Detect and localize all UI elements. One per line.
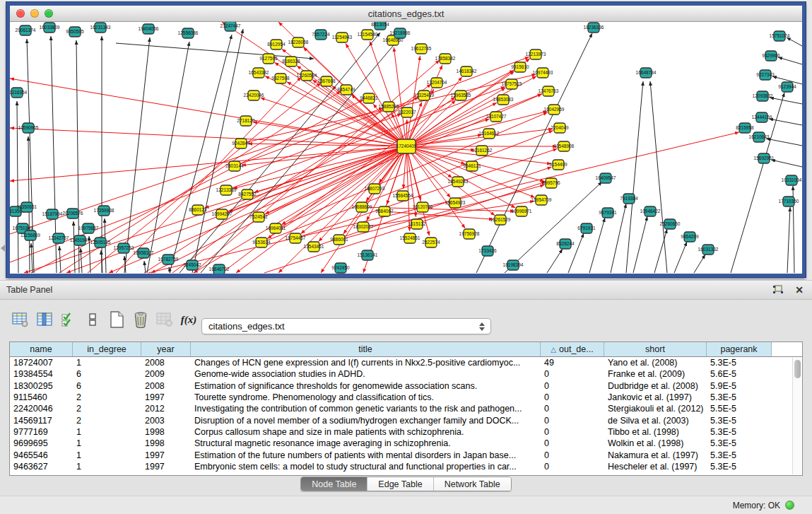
table-cell[interactable]: 0 (541, 450, 604, 460)
table-cell[interactable]: Embryonic stem cells: a model to study s… (191, 462, 541, 472)
table-cell[interactable]: Investigating the contribution of common… (191, 404, 541, 414)
table-cell[interactable]: 9115460 (10, 392, 73, 402)
table-cell[interactable]: 5.3E-5 (707, 392, 772, 402)
tab-network-table[interactable]: Network Table (434, 477, 511, 491)
table-cell[interactable]: 2 (73, 416, 141, 426)
table-row[interactable]: 1872400712008Changes of HCN gene express… (10, 357, 802, 368)
float-window-icon[interactable] (772, 285, 784, 295)
table-cell[interactable]: Structural magnetic resonance image aver… (191, 438, 541, 448)
delete-column-button[interactable] (130, 310, 151, 329)
table-cell[interactable]: Wolkin et al. (1998) (604, 438, 707, 448)
table-selector-dropdown[interactable]: citations_edges.txt (201, 318, 491, 334)
table-cell[interactable]: Disruption of a novel member of a sodium… (191, 416, 541, 426)
table-cell[interactable]: 1 (73, 427, 141, 437)
table-cell[interactable]: Hescheler et al. (1997) (604, 462, 707, 472)
table-cell[interactable]: 9777169 (10, 427, 73, 437)
table-row[interactable]: 946362711997Embryonic stem cells: a mode… (10, 461, 802, 472)
panel-divider-arrow[interactable] (1, 245, 5, 252)
table-row[interactable]: 1456911722003Disruption of a novel membe… (10, 414, 802, 426)
function-builder-button[interactable]: f(x) (178, 310, 199, 329)
show-columns-button[interactable] (34, 310, 55, 329)
table-vertical-scrollbar[interactable] (792, 358, 801, 474)
table-cell[interactable]: 5.3E-5 (707, 358, 772, 368)
table-cell[interactable]: Tibbo et al. (1998) (604, 427, 707, 437)
table-cell[interactable]: 49 (541, 358, 604, 368)
table-cell[interactable]: Yano et al. (2008) (604, 358, 707, 368)
table-cell[interactable]: 5.3E-5 (707, 450, 772, 460)
column-header-title[interactable]: title (191, 342, 541, 356)
tab-node-table[interactable]: Node Table (301, 477, 367, 491)
table-row[interactable]: 2242004622012Investigating the contribut… (10, 403, 802, 414)
table-cell[interactable]: 5.3E-5 (707, 462, 772, 472)
table-mode-button[interactable] (10, 310, 31, 329)
table-cell[interactable]: 14569117 (10, 416, 73, 426)
table-cell[interactable]: 5.6E-5 (707, 369, 772, 379)
table-row[interactable]: 1938455462009Genome-wide association stu… (10, 368, 802, 380)
table-cell[interactable]: de Silva et al. (2003) (604, 416, 707, 426)
table-cell[interactable]: 5.3E-5 (707, 427, 772, 437)
row-height-button[interactable] (82, 310, 103, 329)
table-cell[interactable]: 2008 (141, 358, 191, 368)
select-rows-button[interactable] (58, 310, 79, 329)
table-cell[interactable]: 1 (73, 438, 141, 448)
table-cell[interactable]: 2008 (141, 381, 191, 391)
column-header-year[interactable]: year (141, 342, 191, 356)
table-cell[interactable]: 0 (541, 369, 604, 379)
table-cell[interactable]: 1997 (141, 462, 191, 472)
network-canvas[interactable]: 1724040918226058891295491275058186328165… (10, 22, 802, 274)
table-cell[interactable]: 6 (73, 369, 141, 379)
table-cell[interactable]: 9465546 (10, 450, 73, 460)
table-cell[interactable]: 2009 (141, 369, 191, 379)
table-cell[interactable]: Genome-wide association studies in ADHD. (191, 369, 541, 379)
table-cell[interactable]: Franke et al. (2009) (604, 369, 707, 379)
table-cell[interactable]: Estimation of the future numbers of pati… (191, 450, 541, 460)
window-titlebar[interactable]: citations_edges.txt (10, 6, 802, 22)
table-cell[interactable]: 1998 (141, 438, 191, 448)
table-cell[interactable]: 1997 (141, 392, 191, 402)
column-header-name[interactable]: name (10, 342, 73, 356)
table-cell[interactable]: 1 (73, 462, 141, 472)
column-header-out-de-[interactable]: △out_de... (541, 342, 604, 356)
table-cell[interactable]: Dudbridge et al. (2008) (604, 381, 707, 391)
table-cell[interactable]: 6 (73, 381, 141, 391)
table-cell[interactable]: Estimation of significance thresholds fo… (191, 381, 541, 391)
table-cell[interactable]: Changes of HCN gene expression and I(f) … (191, 358, 541, 368)
tab-edge-table[interactable]: Edge Table (367, 477, 433, 491)
table-cell[interactable]: 5.3E-5 (707, 416, 772, 426)
table-cell[interactable]: Corpus callosum shape and size in male p… (191, 427, 541, 437)
table-cell[interactable]: 19384554 (10, 369, 73, 379)
table-cell[interactable]: 0 (541, 462, 604, 472)
table-cell[interactable]: 1998 (141, 427, 191, 437)
table-cell[interactable]: 0 (541, 427, 604, 437)
table-cell[interactable]: 0 (541, 392, 604, 402)
column-header-short[interactable]: short (604, 342, 707, 356)
table-cell[interactable]: 0 (541, 438, 604, 448)
table-row[interactable]: 946554611997Estimation of the future num… (10, 449, 802, 460)
table-cell[interactable]: Tourette syndrome. Phenomenology and cla… (191, 392, 541, 402)
table-cell[interactable]: 2 (73, 404, 141, 414)
table-cell[interactable]: 0 (541, 416, 604, 426)
table-cell[interactable]: 2003 (141, 416, 191, 426)
table-cell[interactable]: 0 (541, 381, 604, 391)
table-cell[interactable]: 9699695 (10, 438, 73, 448)
close-panel-icon[interactable]: ✕ (795, 285, 804, 295)
delete-table-button[interactable] (154, 310, 175, 329)
table-cell[interactable]: 1 (73, 450, 141, 460)
table-cell[interactable]: 5.3E-5 (707, 438, 772, 448)
table-row[interactable]: 1830029562008Estimation of significance … (10, 380, 802, 392)
scrollbar-thumb[interactable] (794, 360, 801, 378)
table-cell[interactable]: 0 (541, 404, 604, 414)
table-row[interactable]: 977716911998Corpus callosum shape and si… (10, 426, 802, 438)
table-cell[interactable]: 18724007 (10, 358, 73, 368)
table-cell[interactable]: Stergiakouli et al. (2012) (604, 404, 707, 414)
column-header-pagerank[interactable]: pagerank (707, 342, 772, 356)
table-cell[interactable]: 1997 (141, 450, 191, 460)
table-cell[interactable]: 18300295 (10, 381, 73, 391)
table-cell[interactable]: 2 (73, 392, 141, 402)
table-cell[interactable]: 9463627 (10, 462, 73, 472)
table-cell[interactable]: 22420046 (10, 404, 73, 414)
table-cell[interactable]: 5.5E-5 (707, 404, 772, 414)
table-cell[interactable]: 2012 (141, 404, 191, 414)
table-cell[interactable]: 5.9E-5 (707, 381, 772, 391)
column-header-in-degree[interactable]: in_degree (73, 342, 141, 356)
